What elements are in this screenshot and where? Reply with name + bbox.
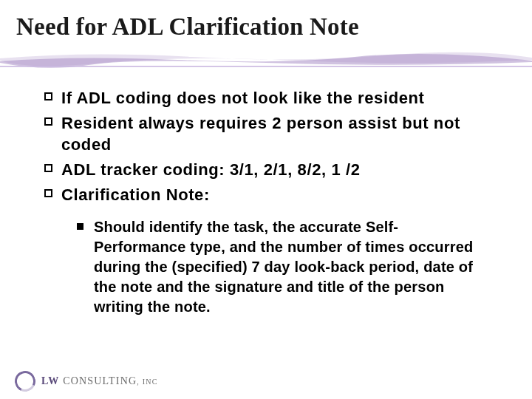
sub-bullet-list: Should identify the task, the accurate S…	[77, 217, 488, 317]
bullet-text: Clarification Note:	[61, 184, 210, 206]
bullet-filled-square-icon	[77, 223, 83, 230]
bullet-open-square-icon	[44, 164, 52, 172]
list-item: ADL tracker coding: 3/1, 2/1, 8/2, 1 /2	[44, 159, 488, 181]
decorative-wave	[0, 50, 532, 68]
list-item: Should identify the task, the accurate S…	[77, 217, 488, 317]
bullet-open-square-icon	[44, 189, 52, 197]
content-area: If ADL coding does not look like the res…	[0, 74, 532, 317]
logo-lw: LW	[41, 375, 59, 386]
logo-text: LW CONSULTING, INC	[41, 375, 158, 387]
bullet-list: If ADL coding does not look like the res…	[44, 87, 488, 205]
list-item: Clarification Note:	[44, 184, 488, 206]
list-item: Resident always requires 2 person assist…	[44, 112, 488, 156]
logo-ring-icon	[12, 368, 38, 395]
logo-inc: , INC	[137, 378, 157, 386]
sub-bullet-text: Should identify the task, the accurate S…	[94, 217, 488, 317]
bullet-open-square-icon	[44, 92, 52, 100]
bullet-text: Resident always requires 2 person assist…	[61, 112, 488, 156]
list-item: If ADL coding does not look like the res…	[44, 87, 488, 109]
svg-rect-0	[0, 66, 532, 67]
footer-logo: LW CONSULTING, INC	[15, 371, 158, 392]
bullet-open-square-icon	[44, 117, 52, 126]
bullet-text: If ADL coding does not look like the res…	[61, 87, 425, 109]
slide-title: Need for ADL Clarification Note	[16, 13, 516, 41]
bullet-text: ADL tracker coding: 3/1, 2/1, 8/2, 1 /2	[61, 159, 361, 181]
logo-consulting: CONSULTING	[59, 375, 137, 386]
title-band: Need for ADL Clarification Note	[0, 0, 532, 74]
